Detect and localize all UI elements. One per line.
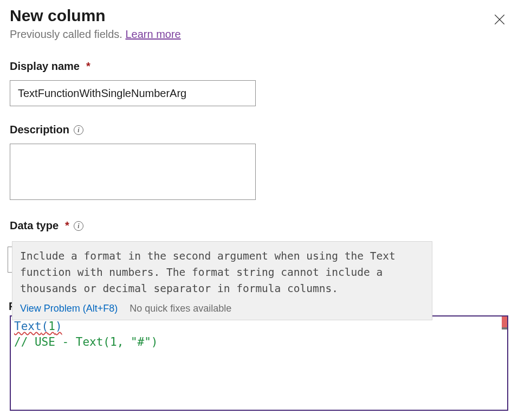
display-name-input[interactable] (10, 80, 256, 106)
required-asterisk: * (86, 60, 90, 73)
close-icon (494, 14, 505, 25)
panel-subtitle: Previously called fields. Learn more (10, 28, 508, 41)
learn-more-link[interactable]: Learn more (125, 28, 180, 40)
formula-line-2: // USE - Text(1, "#") (14, 334, 504, 350)
scrollbar-cursor-marker (502, 327, 507, 329)
data-type-label: Data type * i (10, 219, 508, 232)
display-name-label: Display name * (10, 60, 508, 73)
description-label: Description i (10, 124, 508, 136)
data-type-label-text: Data type (10, 219, 59, 232)
no-quick-fixes-text: No quick fixes available (130, 303, 231, 314)
subtitle-prefix: Previously called fields. (10, 28, 125, 40)
required-asterisk: * (65, 219, 69, 232)
info-icon[interactable]: i (74, 221, 83, 231)
info-icon[interactable]: i (74, 125, 83, 135)
code-fn-error: Text(1) (14, 320, 62, 333)
tooltip-message: Include a format in the second argument … (20, 248, 424, 298)
error-marker[interactable] (502, 316, 507, 327)
close-button[interactable] (491, 11, 508, 28)
formula-line-1: Text(1) (14, 319, 504, 334)
description-input[interactable] (10, 144, 256, 200)
view-problem-link[interactable]: View Problem (Alt+F8) (20, 303, 118, 314)
error-tooltip: Include a format in the second argument … (12, 241, 432, 320)
description-label-text: Description (10, 124, 69, 136)
panel-title: New column (10, 7, 106, 25)
display-name-label-text: Display name (10, 60, 80, 73)
formula-editor[interactable]: Text(1) // USE - Text(1, "#") (10, 315, 508, 411)
